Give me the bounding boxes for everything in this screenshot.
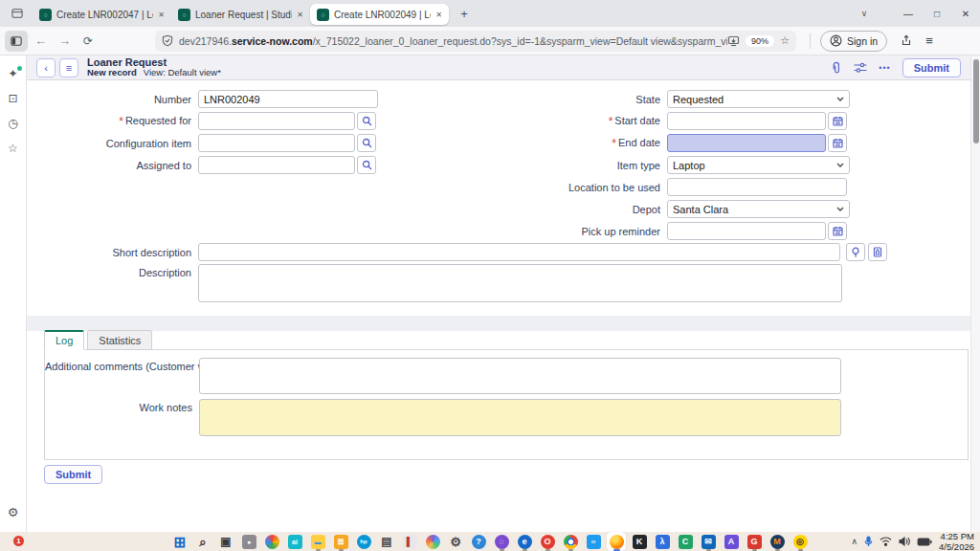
description-textarea[interactable] [198,264,842,302]
requested-for-lookup-button[interactable] [357,112,376,130]
additional-comments-textarea[interactable] [199,358,841,394]
firefox-browser[interactable] [607,532,626,551]
bookmark-star-icon[interactable]: ☆ [780,34,790,47]
start-button[interactable]: ⊞ [170,532,189,551]
knowledge-search-button[interactable] [868,243,887,261]
zoom-level-badge[interactable]: 90% [746,35,774,47]
start-date-input[interactable] [667,112,826,130]
tab-close-icon[interactable]: ✕ [297,11,303,19]
share-icon[interactable] [895,31,918,52]
window-minimize-button[interactable]: — [894,9,923,19]
personalize-form-icon[interactable] [854,62,867,74]
scrollbar-thumb[interactable] [973,59,979,143]
battery-icon[interactable] [917,538,932,546]
get-help-app[interactable]: ? [469,532,488,551]
tab-statistics[interactable]: Statistics [87,330,152,350]
bottom-submit-button[interactable]: Submit [44,465,102,484]
a-app[interactable]: A [722,532,741,551]
save-page-icon[interactable] [727,35,740,47]
browser-tab[interactable]: ○Create LNR002049 | Loaner Req✕ [310,4,449,25]
end-date-calendar-button[interactable] [828,134,847,152]
requested-for-input[interactable] [198,112,355,130]
browser-tab[interactable]: ○Loaner Request | Studio | PROD✕ [171,4,310,25]
lambda-app[interactable]: λ [653,532,672,551]
configuration-item-lookup-button[interactable] [357,134,376,152]
sidebar-toggle-button[interactable] [5,31,28,52]
chart-app[interactable]: ▌ [400,532,419,551]
speaker-icon[interactable] [899,537,910,546]
start-date-calendar-button[interactable] [828,112,847,130]
mail-app[interactable]: ✉ [699,532,718,551]
list-all-tabs-icon[interactable]: ∨ [852,9,877,18]
short-description-input[interactable] [198,243,840,261]
g-app[interactable]: G [745,532,764,551]
more-options-icon[interactable]: ••• [879,63,890,73]
form-context-menu-button[interactable]: ≡ [59,58,78,77]
ai-chatbot-icon[interactable]: ✦ [8,68,17,79]
forward-button[interactable]: → [53,31,76,52]
chrome-browser[interactable] [561,532,580,551]
settings-app[interactable]: ⚙ [446,532,465,551]
item-type-select[interactable]: Laptop [667,156,850,174]
design-app[interactable] [423,532,442,551]
configuration-item-input[interactable] [198,134,355,152]
depot-select[interactable]: Santa Clara [667,200,850,218]
pick-up-reminder-input[interactable] [667,222,826,240]
alarm-app[interactable]: ◎ [791,532,810,551]
task-view-button[interactable]: ▣ [216,532,235,551]
state-select[interactable]: Requested [667,90,850,108]
search-button[interactable]: ⌕ [193,532,212,551]
header-submit-button[interactable]: Submit [902,58,961,77]
tab-log[interactable]: Log [44,330,84,350]
opera-browser[interactable]: O [538,532,557,551]
shield-permissions-icon[interactable] [162,34,173,47]
assigned-to-lookup-button[interactable] [357,156,376,174]
loop-app[interactable]: ◌ [492,532,511,551]
reload-button[interactable]: ⟳ [77,31,100,52]
back-chevron-button[interactable]: ‹ [36,58,56,77]
sign-in-button[interactable]: Sign in [820,31,887,52]
back-button[interactable]: ← [29,31,52,52]
notes-app[interactable]: ≣ [331,532,350,551]
krita-app[interactable]: K [630,532,649,551]
history-icon[interactable]: ◷ [8,118,17,129]
tray-expand-icon[interactable]: ∧ [851,537,858,546]
thunderbird-app[interactable]: M [768,532,787,551]
tab-manager-button[interactable] [6,3,29,24]
microphone-icon[interactable] [864,536,873,547]
code-app[interactable]: ‹› [584,532,603,551]
sidebar-settings-icon[interactable]: ⚙ [0,506,26,518]
synced-tabs-icon[interactable]: ⊡ [8,93,17,104]
tab-close-icon[interactable]: ✕ [435,11,442,19]
url-bar[interactable]: dev217946.service-now.com/x_715022_loane… [155,31,796,52]
bookmarks-icon[interactable]: ☆ [8,143,18,154]
end-date-input[interactable] [667,134,826,152]
paperclip-icon[interactable] [830,61,842,75]
window-maximize-button[interactable]: □ [923,9,951,19]
vertical-scrollbar[interactable] [970,55,980,532]
pick-up-reminder-calendar-button[interactable] [828,222,847,240]
clipchamp-app[interactable]: ai [285,532,304,551]
menu-button[interactable]: ≡ [918,31,941,52]
photos-app[interactable] [262,532,281,551]
camera-app[interactable]: ● [239,532,258,551]
location-input[interactable] [667,178,847,196]
window-close-button[interactable]: ✕ [951,9,980,19]
printer-app[interactable]: ▤ [377,532,396,551]
field-row-location: Location to be used [476,176,850,198]
notification-badge[interactable]: 1 [13,536,24,546]
new-tab-button[interactable]: + [453,3,476,24]
browser-tab[interactable]: ○Create LNR002047 | Loaner Req✕ [33,4,171,25]
tab-close-icon[interactable]: ✕ [158,11,165,19]
edge-browser[interactable]: e [515,532,534,551]
suggestion-button[interactable] [846,243,865,261]
c-app[interactable]: C [676,532,695,551]
work-notes-textarea[interactable] [199,399,841,436]
number-input[interactable] [198,90,378,108]
wifi-icon[interactable] [880,537,892,546]
file-explorer[interactable]: ▬ [308,532,327,551]
taskbar-clock[interactable]: 4:25 PM 4/5/2026 [939,531,974,551]
assigned-to-input[interactable] [198,156,355,174]
search-icon [362,160,372,170]
hp-smart-app[interactable]: hp [354,532,373,551]
